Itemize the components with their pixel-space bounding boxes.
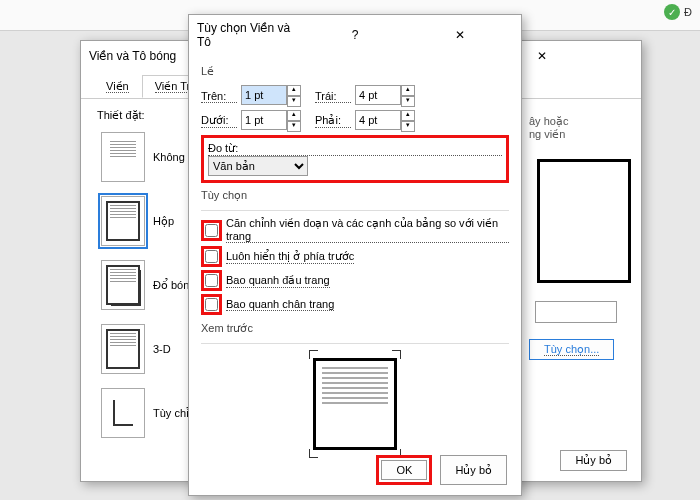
bottom-label: Dưới: xyxy=(201,114,237,128)
measure-from-combo[interactable]: Văn bản xyxy=(208,156,308,176)
dialog-titlebar-front: Tùy chọn Viền và Tô ? ✕ xyxy=(189,15,521,55)
preview-front xyxy=(295,354,415,454)
options-button[interactable]: Tùy chọn... xyxy=(529,339,614,360)
left-spinner[interactable]: ▴▾ xyxy=(355,85,415,107)
check-circle-icon: ✓ xyxy=(664,4,680,20)
ok-button[interactable]: OK xyxy=(381,460,427,480)
status-label: Đ xyxy=(684,6,692,18)
cancel-button-front[interactable]: Hủy bỏ xyxy=(440,455,507,485)
apply-to-combo[interactable] xyxy=(535,301,617,323)
help-button-front[interactable]: ? xyxy=(302,26,407,44)
tab-border[interactable]: Viền xyxy=(93,75,142,98)
chevron-down-icon: ▾ xyxy=(287,96,301,107)
chevron-up-icon: ▴ xyxy=(287,85,301,96)
chk-header[interactable] xyxy=(205,274,218,287)
measure-from-label: Đo từ: xyxy=(208,142,502,156)
close-button-front[interactable]: ✕ xyxy=(408,26,513,44)
chk-align[interactable] xyxy=(205,224,218,237)
left-label: Trái: xyxy=(315,90,351,103)
chk-front[interactable] xyxy=(205,250,218,263)
right-spinner[interactable]: ▴▾ xyxy=(355,110,415,132)
top-label: Trên: xyxy=(201,90,237,103)
top-spinner[interactable]: ▴▾ xyxy=(241,85,301,107)
measure-from-group: Đo từ: Văn bản xyxy=(201,135,509,183)
preview-back xyxy=(529,151,639,291)
ribbon-status: ✓ Đ xyxy=(664,4,692,20)
margins-group-label: Lề xyxy=(201,61,509,82)
right-label: Phải: xyxy=(315,114,351,128)
hint-text: ây hoặc ng viền Tùy chọn... xyxy=(523,109,625,442)
chk-footer[interactable] xyxy=(205,298,218,311)
dialog-title-front: Tùy chọn Viền và Tô xyxy=(197,21,302,49)
dialog-border-options: Tùy chọn Viền và Tô ? ✕ Lề Trên: ▴▾ Trái… xyxy=(188,14,522,496)
preview-label: Xem trước xyxy=(201,318,509,339)
bottom-spinner[interactable]: ▴▾ xyxy=(241,110,301,132)
options-group-label: Tùy chọn xyxy=(201,185,509,206)
cancel-button-back[interactable]: Hủy bỏ xyxy=(560,450,627,471)
